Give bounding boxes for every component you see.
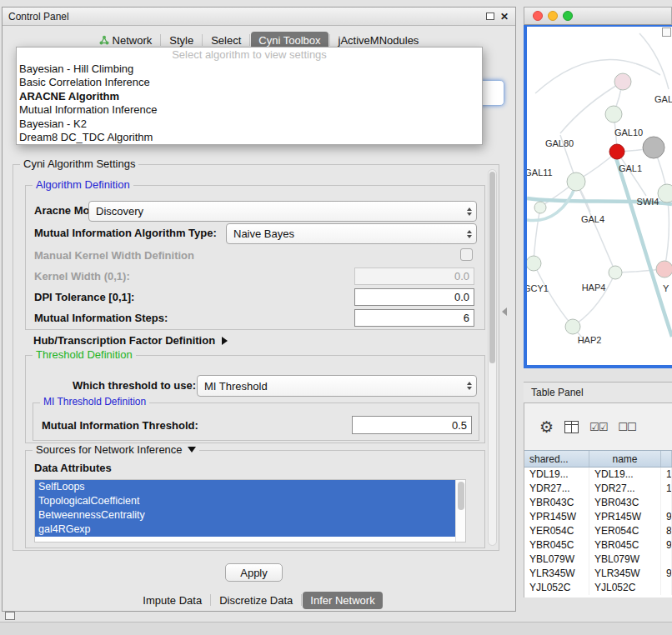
- network-tab-icon: [99, 35, 109, 45]
- split-pane-collapse-arrow[interactable]: [502, 308, 507, 316]
- dpi-tolerance-label: DPI Tolerance [0,1]:: [34, 291, 134, 303]
- table-row[interactable]: YLR345WYLR345W9.: [524, 567, 672, 581]
- mi-threshold-group-title: MI Threshold Definition: [40, 396, 149, 408]
- deselect-all-rows-icon[interactable]: ☐☐: [618, 421, 635, 433]
- table-row[interactable]: YER054CYER054C8.: [524, 524, 672, 538]
- node-label: SWI4: [637, 197, 659, 207]
- node-label: GAL4: [581, 214, 604, 224]
- node-green[interactable]: [609, 266, 622, 279]
- view-corner-widget[interactable]: [662, 28, 671, 37]
- list-scrollbar-thumb[interactable]: [458, 482, 464, 510]
- dropdown-item-basic-correlation[interactable]: Basic Correlation Inference: [17, 76, 482, 90]
- dropdown-item-bayesian-hill-climbing[interactable]: Bayesian - Hill Climbing: [17, 62, 482, 77]
- list-item[interactable]: BetweennessCentrality: [35, 508, 455, 522]
- tab-separator: [301, 594, 302, 606]
- node-green[interactable]: [534, 202, 546, 213]
- mi-steps-label: Mutual Information Steps:: [34, 312, 168, 324]
- node-label: Y: [663, 283, 669, 293]
- aracne-mode-combobox[interactable]: Discovery: [88, 201, 477, 222]
- hub-definition-expander[interactable]: Hub/Transcription Factor Definition: [33, 334, 228, 347]
- restore-panel-icon[interactable]: [5, 612, 15, 620]
- network-view-window: GAL GAL80 GAL10 GAL11 GAL1 SWI4 GAL4 GCY…: [524, 7, 672, 368]
- select-all-rows-icon[interactable]: ☑☑: [589, 421, 607, 433]
- node-green[interactable]: [527, 256, 541, 271]
- dropdown-item-bayesian-k2[interactable]: Bayesian - K2: [17, 118, 482, 132]
- tab-separator: [329, 34, 330, 46]
- cyni-algorithm-settings-group: Cyni Algorithm Settings Algorithm Defini…: [13, 164, 499, 551]
- mi-algorithm-type-combobox[interactable]: Naive Bayes: [226, 223, 477, 244]
- which-threshold-combobox[interactable]: MI Threshold: [197, 375, 477, 397]
- table-row[interactable]: YDR27...YDR27...12: [524, 482, 672, 496]
- table-row[interactable]: YDL19...YDL19...13: [524, 468, 672, 482]
- table-row[interactable]: YBR043CYBR043C: [524, 496, 672, 510]
- node-pink[interactable]: [614, 73, 631, 90]
- threshold-definition-group: Threshold Definition Which threshold to …: [25, 355, 485, 443]
- tab-infer-network[interactable]: Infer Network: [303, 592, 382, 609]
- node-green[interactable]: [605, 106, 622, 122]
- node-green[interactable]: [565, 319, 580, 334]
- column-header-shared-name[interactable]: shared...: [524, 451, 589, 467]
- node-label: GAL1: [619, 163, 642, 173]
- hub-definition-label: Hub/Transcription Factor Definition: [33, 334, 215, 347]
- mi-algorithm-type-value: Naive Bayes: [233, 228, 294, 240]
- list-scrollbar[interactable]: [455, 480, 465, 542]
- column-header-name[interactable]: name: [589, 451, 661, 467]
- show-columns-icon[interactable]: [564, 421, 579, 433]
- tab-discretize-data[interactable]: Discretize Data: [212, 592, 300, 609]
- kernel-width-label: Kernel Width (0,1):: [34, 270, 130, 282]
- mac-minimize-button[interactable]: [548, 11, 558, 21]
- sources-group: Sources for Network Inference Data Attri…: [25, 450, 485, 548]
- threshold-definition-title: Threshold Definition: [33, 348, 136, 361]
- network-window-titlebar: [524, 7, 672, 25]
- tab-impute-data[interactable]: Impute Data: [135, 592, 209, 609]
- control-panel-title: Control Panel: [3, 11, 69, 22]
- kernel-width-input: [354, 268, 474, 285]
- mac-zoom-button[interactable]: [563, 11, 573, 21]
- collapse-arrow-icon: [188, 447, 196, 452]
- combo-arrows-icon: [467, 230, 472, 238]
- node-label: HAP2: [578, 335, 602, 345]
- data-attributes-list[interactable]: SelfLoops TopologicalCoefficient Between…: [34, 479, 466, 542]
- table-row[interactable]: YBR045CYBR045C9.: [524, 538, 672, 552]
- network-canvas[interactable]: GAL GAL80 GAL10 GAL11 GAL1 SWI4 GAL4 GCY…: [524, 25, 672, 368]
- dropdown-item-mutual-information[interactable]: Mutual Information Inference: [17, 103, 482, 118]
- which-threshold-label: Which threshold to use:: [73, 379, 196, 392]
- list-item[interactable]: gal4RGexp: [35, 522, 455, 537]
- mac-close-button[interactable]: [533, 11, 543, 21]
- float-window-icon[interactable]: [486, 12, 494, 20]
- tab-separator: [210, 594, 211, 606]
- node-gal10-selected[interactable]: [609, 144, 624, 159]
- sources-group-title-row[interactable]: Sources for Network Inference: [33, 443, 199, 456]
- settings-scrollbar-thumb[interactable]: [489, 172, 495, 363]
- table-row[interactable]: YBL079WYBL079W: [524, 552, 672, 567]
- dpi-tolerance-input[interactable]: [354, 288, 474, 306]
- manual-kernel-width-checkbox[interactable]: [460, 248, 473, 261]
- data-attributes-label: Data Attributes: [34, 462, 112, 474]
- list-item[interactable]: SelfLoops: [35, 480, 455, 494]
- control-panel-titlebar: Control Panel ✕: [3, 8, 515, 26]
- algorithm-dropdown-popup: Select algorithm to view settings Bayesi…: [16, 47, 483, 145]
- dropdown-item-dream8[interactable]: Dream8 DC_TDC Algorithm: [17, 131, 482, 145]
- table-row[interactable]: YPR145WYPR145W9.: [524, 510, 672, 524]
- combo-arrows-icon: [467, 208, 472, 216]
- mi-steps-input[interactable]: [354, 309, 474, 327]
- node-green[interactable]: [567, 172, 585, 191]
- dropdown-placeholder: Select algorithm to view settings: [17, 48, 482, 62]
- close-panel-icon[interactable]: ✕: [500, 12, 509, 22]
- mi-threshold-input[interactable]: [352, 416, 472, 434]
- apply-button[interactable]: Apply: [225, 563, 283, 582]
- gear-icon[interactable]: ⚙: [539, 419, 554, 435]
- node-salmon[interactable]: [656, 261, 672, 278]
- settings-scrollbar[interactable]: [488, 169, 497, 546]
- list-item[interactable]: TopologicalCoefficient: [35, 494, 455, 508]
- node-green[interactable]: [658, 184, 672, 202]
- node-label: GAL80: [545, 138, 574, 148]
- node-gray[interactable]: [643, 137, 664, 158]
- dropdown-item-aracne[interactable]: ARACNE Algorithm: [17, 90, 482, 104]
- thick-network-edges[interactable]: [527, 158, 672, 337]
- column-header-cut[interactable]: [661, 451, 672, 467]
- table-panel-title: Table Panel: [524, 387, 584, 398]
- table-row[interactable]: YJL052CYJL052C: [524, 581, 672, 595]
- tab-network-label: Network: [113, 34, 153, 47]
- mi-threshold-group: MI Threshold Definition Mutual Informati…: [33, 402, 479, 441]
